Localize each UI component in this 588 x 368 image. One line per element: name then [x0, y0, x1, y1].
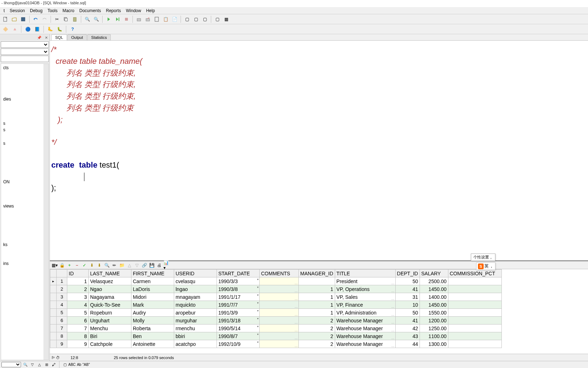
find-up-icon[interactable]: △	[37, 362, 42, 368]
menu-window[interactable]: Window	[124, 7, 144, 14]
disk-icon[interactable]: 💾	[149, 262, 155, 269]
regex-icon[interactable]: ▢	[62, 362, 68, 368]
sql-editor[interactable]: /* create table table_name( 列名 类型 行级约束, …	[50, 41, 588, 261]
menu-tools[interactable]: Tools	[45, 7, 59, 14]
stop-icon[interactable]	[123, 15, 130, 23]
window2-icon[interactable]: ▢	[192, 15, 200, 23]
column-header[interactable]	[57, 270, 67, 277]
column-header[interactable]: COMMENTS	[260, 270, 299, 277]
column-header[interactable]: MANAGER_ID	[299, 270, 335, 277]
table-row[interactable]: 99CatchpoleAntoinetteacatchpo1992/10/92W…	[50, 340, 502, 348]
menu-item-0[interactable]: t	[1, 7, 7, 14]
tab-sql[interactable]: SQL	[51, 34, 67, 40]
print-icon[interactable]: 🖨	[156, 262, 162, 269]
case-icon[interactable]: Ab	[76, 362, 82, 368]
tb2-icon4[interactable]: 📘	[33, 25, 41, 33]
open-icon[interactable]	[10, 15, 18, 23]
window4-icon[interactable]: ▢	[213, 15, 221, 23]
tb2-icon5[interactable]: 🦶	[46, 25, 54, 33]
find-select[interactable]	[1, 362, 21, 367]
column-header[interactable]: DEPT_ID	[395, 270, 420, 277]
pin-icon[interactable]: 📌	[36, 36, 42, 40]
tree-item[interactable]: views	[2, 203, 48, 209]
find-all-icon[interactable]: ⊞	[44, 362, 50, 368]
rollback-icon[interactable]	[144, 15, 152, 23]
table-row[interactable]: 44Quick-To-SeeMarkmquickto1991/7/71VP, F…	[50, 301, 502, 309]
table-row[interactable]: 66UrguhartMollymurguhar1991/3/182Warehou…	[50, 317, 502, 324]
tool1-icon[interactable]: 📋	[162, 15, 170, 23]
table-row[interactable]: 33NagayamaMidorimnagayam1991/1/171VP, Sa…	[50, 293, 502, 301]
filter-select[interactable]	[1, 48, 49, 55]
help-icon[interactable]: ?	[69, 25, 77, 33]
column-header[interactable]: FIRST_NAME	[131, 270, 174, 277]
table-row[interactable]: 55RopeburnAudryaropebur1991/3/91VP, Admi…	[50, 309, 502, 317]
save-icon[interactable]	[19, 15, 27, 23]
tree-item[interactable]: s	[2, 127, 48, 133]
table-row[interactable]: 22NgaoLaDorislngao1990/3/81VP, Operation…	[50, 285, 502, 293]
execute-step-icon[interactable]	[114, 15, 121, 23]
tree-item[interactable]: ks	[2, 241, 48, 248]
tree-item[interactable]: s	[2, 140, 48, 147]
link-icon[interactable]: 🔗	[141, 262, 147, 269]
window5-icon[interactable]: ▦	[222, 15, 230, 23]
tree-item[interactable]: ins	[2, 260, 48, 267]
ime-indicator[interactable]: S 英 ，	[476, 262, 495, 270]
cut-icon[interactable]: ✂	[53, 15, 61, 23]
highlight-icon[interactable]: 🖍	[51, 362, 57, 368]
menu-documents[interactable]: Documents	[77, 7, 103, 14]
column-header[interactable]: SALARY	[420, 270, 448, 277]
tb2-icon3[interactable]: 🔵	[24, 25, 32, 33]
tree-item[interactable]: ON	[2, 179, 48, 185]
column-header[interactable]: COMMISSION_PCT	[448, 270, 501, 277]
find-icon[interactable]: 🔍	[83, 15, 91, 23]
refresh-icon[interactable]: 🔒	[59, 262, 65, 269]
replace-icon[interactable]: 🔍	[92, 15, 100, 23]
undo-icon[interactable]	[32, 15, 40, 23]
column-header[interactable]: TITLE	[335, 270, 395, 277]
redo-icon[interactable]	[41, 15, 48, 23]
commit-grid-icon[interactable]: ✓	[81, 262, 88, 269]
tb2-icon6[interactable]: 🐛	[56, 25, 63, 33]
column-header[interactable]	[50, 270, 57, 277]
column-header[interactable]: USERID	[174, 270, 217, 277]
menu-help[interactable]: Help	[144, 7, 157, 14]
tb2-icon2[interactable]: 🔺	[11, 25, 19, 33]
explain-icon[interactable]	[153, 15, 161, 23]
tab-output[interactable]: Output	[67, 34, 87, 40]
column-header[interactable]: LAST_NAME	[89, 270, 131, 277]
word-icon[interactable]: "AB"	[83, 362, 89, 368]
object-tree[interactable]: cts dies s s s ON views ks ins	[1, 63, 49, 360]
tab-statistics[interactable]: Statistics	[87, 34, 111, 40]
tree-item[interactable]: dies	[2, 96, 48, 102]
column-header[interactable]: ID	[67, 270, 89, 277]
table-row[interactable]: 88BiriBenbbiri1990/8/72Warehouse Manager…	[50, 332, 502, 340]
chart-icon[interactable]: 📊▾	[163, 262, 170, 269]
data-grid-body[interactable]: IDLAST_NAMEFIRST_NAMEUSERIDSTART_DATECOM…	[50, 269, 588, 354]
menu-macro[interactable]: Macro	[60, 7, 76, 14]
export-icon[interactable]: 📁	[119, 262, 125, 269]
add-row-icon[interactable]: +	[66, 262, 73, 269]
sidebar-close-icon[interactable]: ✕	[44, 36, 49, 40]
find-grid-icon[interactable]: 🔍	[104, 262, 110, 269]
menu-reports[interactable]: Reports	[104, 7, 123, 14]
tree-item[interactable]: cts	[2, 65, 48, 71]
schema-select[interactable]	[1, 41, 49, 48]
grid-view-icon[interactable]: ▦▾	[51, 262, 58, 269]
table-row[interactable]: ▸11VelasquezCarmencvelasqu1990/3/3Presid…	[50, 277, 502, 285]
search-input[interactable]	[1, 56, 49, 62]
menu-session[interactable]: Session	[7, 7, 27, 14]
sidebar-scrollbar[interactable]	[43, 64, 48, 360]
menu-debug[interactable]: Debug	[28, 7, 45, 14]
find-down-icon[interactable]: ▽	[30, 362, 35, 368]
execute-icon[interactable]	[105, 15, 113, 23]
column-header[interactable]: START_DATE	[217, 270, 260, 277]
tb2-icon1[interactable]: 🔶	[1, 25, 9, 33]
tree-item[interactable]: s	[2, 120, 48, 127]
abc-icon[interactable]: ABC	[69, 362, 75, 368]
find-next-icon[interactable]: 🔍	[22, 362, 28, 368]
copy-icon[interactable]	[62, 15, 70, 23]
edit-icon[interactable]: ✏	[111, 262, 118, 269]
tool2-icon[interactable]: 📄	[171, 15, 178, 23]
window1-icon[interactable]: ▢	[183, 15, 191, 23]
paste-icon[interactable]	[71, 15, 79, 23]
